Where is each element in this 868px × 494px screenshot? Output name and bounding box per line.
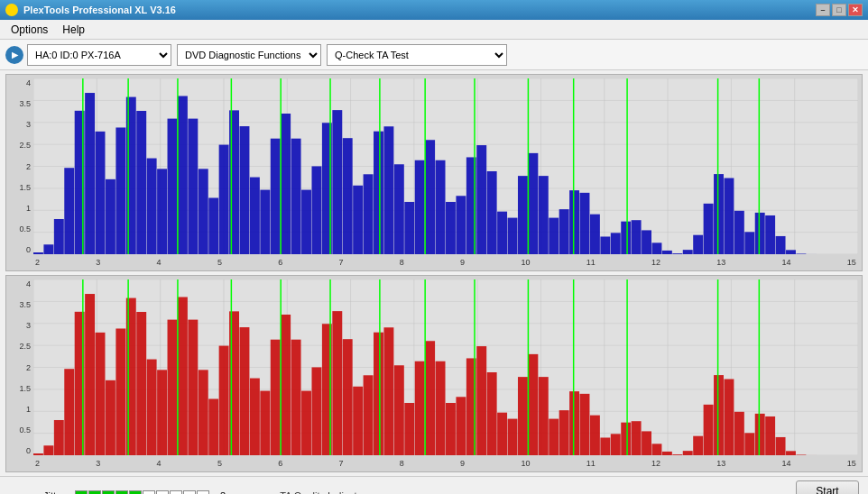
jitter-cell-7 bbox=[156, 490, 169, 495]
jitter-cell-3 bbox=[102, 490, 115, 495]
jitter-cell-9 bbox=[183, 490, 196, 495]
jitter-cell-6 bbox=[143, 490, 155, 495]
top-chart-x-axis: 2 3 4 5 6 7 8 9 10 11 12 13 14 15 bbox=[33, 254, 858, 270]
title-bar: PlexTools Professional XL V3.16 – □ ✕ bbox=[0, 0, 868, 20]
jitter-cell-8 bbox=[170, 490, 182, 495]
window-title: PlexTools Professional XL V3.16 bbox=[23, 5, 176, 15]
jitter-meter bbox=[75, 490, 209, 495]
jitter-cell-2 bbox=[88, 490, 101, 495]
quality-label: TA Quality Indicator: bbox=[280, 490, 368, 495]
menu-bar: Options Help bbox=[0, 20, 868, 40]
bottom-chart-y-axis: 4 3.5 3 2.5 2 1.5 1 0.5 0 bbox=[6, 279, 33, 455]
top-chart-y-axis: 4 3.5 3 2.5 2 1.5 1 0.5 0 bbox=[6, 78, 33, 254]
jitter-value: 3 bbox=[220, 490, 226, 495]
jitter-cell-5 bbox=[129, 490, 142, 495]
start-button-area: Start i bbox=[796, 480, 859, 495]
menu-options[interactable]: Options bbox=[4, 22, 55, 38]
bottom-chart-canvas bbox=[33, 279, 858, 455]
jitter-cell-1 bbox=[75, 490, 88, 495]
device-selector: ▶ HA:0 ID:0 PX-716A bbox=[5, 44, 171, 66]
minimize-button[interactable]: – bbox=[816, 4, 830, 16]
close-button[interactable]: ✕ bbox=[848, 4, 863, 16]
top-chart: 4 3.5 3 2.5 2 1.5 1 0.5 0 2 3 4 5 6 7 8 bbox=[5, 74, 863, 271]
start-button[interactable]: Start bbox=[796, 480, 859, 495]
bottom-panel: Jitter: 3 Peak Shift: bbox=[0, 476, 868, 494]
top-chart-inner bbox=[33, 78, 858, 254]
device-icon: ▶ bbox=[5, 46, 23, 64]
main-content: 4 3.5 3 2.5 2 1.5 1 0.5 0 2 3 4 5 6 7 8 bbox=[0, 70, 868, 476]
function-dropdown[interactable]: DVD Diagnostic Functions bbox=[177, 44, 321, 66]
maximize-button[interactable]: □ bbox=[832, 4, 846, 16]
metrics-left: Jitter: 3 Peak Shift: bbox=[9, 490, 226, 495]
jitter-cell-10 bbox=[197, 490, 209, 495]
bottom-chart-x-axis: 2 3 4 5 6 7 8 9 10 11 12 13 14 15 bbox=[33, 455, 858, 471]
device-dropdown[interactable]: HA:0 ID:0 PX-716A bbox=[27, 44, 171, 66]
jitter-row: Jitter: 3 bbox=[9, 490, 226, 495]
app-icon bbox=[5, 4, 18, 16]
toolbar: ▶ HA:0 ID:0 PX-716A DVD Diagnostic Funct… bbox=[0, 40, 868, 70]
charts-area: 4 3.5 3 2.5 2 1.5 1 0.5 0 2 3 4 5 6 7 8 bbox=[5, 74, 863, 472]
jitter-cell-4 bbox=[115, 490, 128, 495]
bottom-chart-inner bbox=[33, 279, 858, 455]
bottom-chart: 4 3.5 3 2.5 2 1.5 1 0.5 0 2 3 4 5 6 7 8 bbox=[5, 275, 863, 472]
test-dropdown[interactable]: Q-Check TA Test bbox=[327, 44, 507, 66]
quality-section: TA Quality Indicator: Good bbox=[280, 490, 368, 495]
jitter-label: Jitter: bbox=[9, 490, 68, 495]
menu-help[interactable]: Help bbox=[55, 22, 92, 38]
window-controls: – □ ✕ bbox=[816, 4, 863, 16]
top-chart-canvas bbox=[33, 78, 858, 254]
